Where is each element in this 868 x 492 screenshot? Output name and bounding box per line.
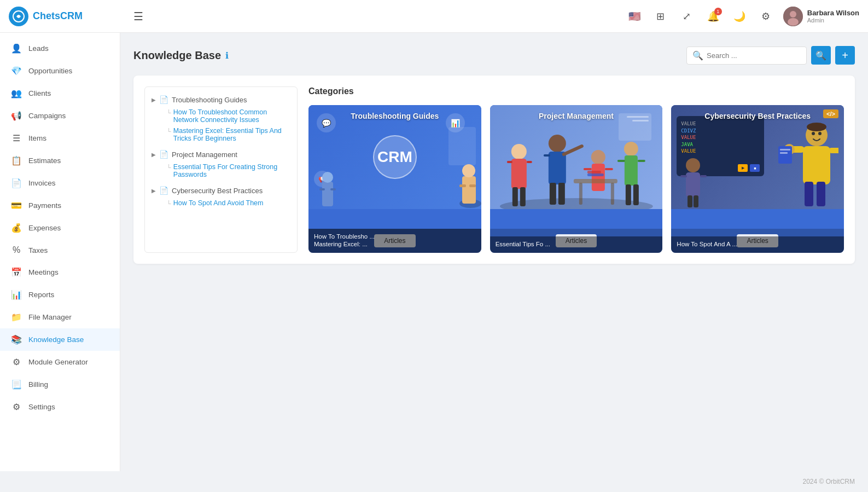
cat-article-preview: Mastering Excel: ...	[314, 241, 476, 247]
tree-article[interactable]: Mastering Excel: Essential Tips And Tric…	[167, 125, 290, 144]
svg-point-6	[462, 164, 475, 177]
svg-rect-21	[548, 152, 566, 184]
main-content: Knowledge Base ℹ 🔍 🔍 + ▶📄Troubleshooting…	[120, 33, 868, 471]
search-icon: 🔍	[692, 50, 703, 61]
svg-rect-27	[591, 164, 604, 191]
svg-point-26	[591, 150, 605, 164]
svg-rect-22	[543, 154, 550, 157]
sidebar-item-module-generator[interactable]: ⚙Module Generator	[0, 351, 120, 373]
tree-category-troubleshooting: ▶📄Troubleshooting GuidesHow To Troublesh…	[152, 94, 290, 144]
category-card-troubleshooting[interactable]: CRM 💬 📊 📢 Troubleshooting GuidesHow To T…	[308, 105, 481, 253]
tree-articles-cybersecurity: How To Spot And Avoid Them	[152, 198, 290, 209]
tree-article[interactable]: Essential Tips For Creating Strong Passw…	[167, 161, 290, 180]
sidebar-label-settings: Settings	[28, 403, 55, 411]
settings-icon[interactable]: ⚙	[757, 8, 774, 25]
cat-card-title-project-management: Project Management	[490, 112, 663, 120]
svg-rect-33	[637, 160, 645, 162]
cat-article-preview: Essential Tips Fo ...	[496, 241, 657, 247]
sidebar-label-file-manager: File Manager	[28, 313, 72, 321]
svg-rect-55	[686, 172, 700, 197]
sidebar-icon-reports: 📊	[11, 290, 22, 300]
sidebar-label-meetings: Meetings	[28, 268, 59, 276]
svg-rect-15	[511, 159, 526, 189]
sidebar-item-knowledge-base[interactable]: 📚Knowledge Base	[0, 328, 120, 351]
sidebar-icon-settings: ⚙	[11, 402, 22, 412]
sidebar-item-taxes[interactable]: %Taxes	[0, 239, 120, 261]
sidebar-item-estimates[interactable]: 📋Estimates	[0, 149, 120, 172]
chevron-icon: ▶	[152, 188, 156, 194]
svg-rect-12	[330, 188, 336, 190]
sidebar-item-meetings[interactable]: 📅Meetings	[0, 261, 120, 283]
sidebar-label-leads: Leads	[28, 44, 49, 53]
notification-icon[interactable]: 🔔 1	[704, 8, 722, 25]
cat-card-overlay-cybersecurity: How To Spot And A ...	[671, 236, 844, 253]
category-icon: 📄	[159, 186, 168, 195]
search-input[interactable]	[707, 51, 801, 60]
cat-card-image-cybersecurity: </> VALUE CDIVZ VALUE JAVA VALUE ▶ ■	[671, 105, 844, 229]
category-icon: 📄	[159, 95, 168, 104]
categories-grid: CRM 💬 📊 📢 Troubleshooting GuidesHow To T…	[308, 105, 844, 253]
chevron-icon: ▶	[152, 152, 156, 158]
sidebar-label-module-generator: Module Generator	[28, 358, 88, 366]
flag-icon[interactable]: 🇺🇸	[626, 8, 643, 25]
tree-cat-label-cybersecurity[interactable]: ▶📄Cybersecurity Best Practices	[152, 184, 290, 196]
notification-badge: 1	[714, 8, 722, 15]
page-title-row: Knowledge Base ℹ	[133, 49, 229, 62]
sidebar-item-expenses[interactable]: 💰Expenses	[0, 217, 120, 239]
svg-rect-59	[694, 195, 698, 207]
category-card-cybersecurity[interactable]: </> VALUE CDIVZ VALUE JAVA VALUE ▶ ■	[671, 105, 844, 253]
svg-line-23	[563, 146, 581, 154]
apps-icon[interactable]: ⊞	[652, 8, 669, 25]
user-profile[interactable]: Barbara Wilson Admin	[783, 7, 859, 26]
user-role: Admin	[807, 17, 859, 24]
sidebar-item-leads[interactable]: 👤Leads	[0, 37, 120, 60]
svg-rect-37	[579, 183, 582, 205]
svg-rect-29	[604, 168, 613, 170]
sidebar-icon-estimates: 📋	[11, 155, 22, 166]
dark-mode-icon[interactable]: 🌙	[731, 8, 748, 25]
svg-rect-28	[583, 168, 591, 170]
sidebar-item-payments[interactable]: 💳Payments	[0, 194, 120, 217]
svg-point-54	[686, 158, 700, 172]
sidebar-icon-invoices: 📄	[11, 178, 22, 188]
svg-rect-45	[803, 146, 830, 184]
search-button[interactable]: 🔍	[811, 46, 831, 65]
svg-rect-19	[520, 187, 525, 206]
tree-panel: ▶📄Troubleshooting GuidesHow To Troublesh…	[144, 86, 298, 253]
sidebar-item-items[interactable]: ☰Items	[0, 127, 120, 149]
sidebar-item-settings[interactable]: ⚙Settings	[0, 396, 120, 418]
sidebar-item-billing[interactable]: 📃Billing	[0, 373, 120, 396]
svg-rect-32	[617, 160, 625, 162]
header-right: 🇺🇸 ⊞ ⤢ 🔔 1 🌙 ⚙ Barbara Wilson Admin	[626, 7, 859, 26]
sidebar-label-reports: Reports	[28, 291, 54, 299]
sidebar-icon-payments: 💳	[11, 200, 22, 211]
categories-title: Categories	[308, 86, 844, 96]
sidebar-label-taxes: Taxes	[28, 246, 48, 254]
tree-cat-label-project-management[interactable]: ▶📄Project Management	[152, 148, 290, 160]
sidebar-item-campaigns[interactable]: 📢Campaigns	[0, 105, 120, 127]
hamburger-button[interactable]: ☰	[129, 5, 148, 27]
fullscreen-icon[interactable]: ⤢	[678, 8, 696, 25]
svg-rect-40	[587, 171, 601, 173]
category-icon: 📄	[159, 150, 168, 159]
top-header: ChetsCRM ☰ 🇺🇸 ⊞ ⤢ 🔔 1 🌙 ⚙ Barbara Wilson…	[0, 0, 868, 33]
svg-rect-31	[624, 155, 637, 186]
tree-cat-label-troubleshooting[interactable]: ▶📄Troubleshooting Guides	[152, 94, 290, 106]
sidebar-label-expenses: Expenses	[28, 224, 61, 232]
sidebar: 👤Leads💎Opportunities👥Clients📢Campaigns☰I…	[0, 33, 120, 471]
sidebar-label-invoices: Invoices	[28, 179, 56, 187]
sidebar-item-invoices[interactable]: 📄Invoices	[0, 172, 120, 194]
sidebar-item-opportunities[interactable]: 💎Opportunities	[0, 60, 120, 82]
sidebar-item-file-manager[interactable]: 📁File Manager	[0, 306, 120, 328]
info-icon[interactable]: ℹ	[225, 50, 229, 61]
svg-point-3	[788, 18, 799, 26]
tree-article[interactable]: How To Spot And Avoid Them	[167, 198, 290, 209]
tree-article[interactable]: How To Troubleshoot Common Network Conne…	[167, 107, 290, 125]
svg-rect-50	[780, 152, 788, 154]
sidebar-item-reports[interactable]: 📊Reports	[0, 283, 120, 306]
add-button[interactable]: +	[835, 46, 855, 65]
sidebar-item-clients[interactable]: 👥Clients	[0, 82, 120, 105]
tree-category-cybersecurity: ▶📄Cybersecurity Best PracticesHow To Spo…	[152, 184, 290, 209]
cat-article-preview: How To Troublesho ...	[314, 233, 476, 240]
category-card-project-management[interactable]: Project ManagementEssential Tips Fo ...A…	[490, 105, 663, 253]
